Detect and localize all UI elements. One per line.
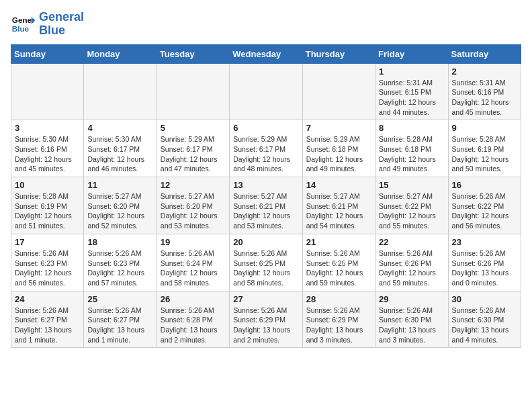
day-number: 5 [161, 123, 226, 133]
calendar-cell: 10Sunrise: 5:28 AM Sunset: 6:19 PM Dayli… [11, 177, 84, 234]
weekday-header-row: SundayMondayTuesdayWednesdayThursdayFrid… [11, 44, 521, 63]
page-header: General Blue GeneralBlue [11, 11, 521, 38]
calendar-cell: 2Sunrise: 5:31 AM Sunset: 6:16 PM Daylig… [448, 63, 521, 120]
day-number: 15 [379, 180, 444, 190]
weekday-header-wednesday: Wednesday [230, 44, 302, 63]
weekday-header-thursday: Thursday [302, 44, 375, 63]
day-number: 4 [87, 123, 152, 133]
weekday-header-saturday: Saturday [448, 44, 521, 63]
day-info: Sunrise: 5:26 AM Sunset: 6:27 PM Dayligh… [87, 306, 152, 345]
calendar-cell: 4Sunrise: 5:30 AM Sunset: 6:17 PM Daylig… [84, 120, 157, 177]
day-number: 22 [379, 237, 444, 247]
calendar-cell: 3Sunrise: 5:30 AM Sunset: 6:16 PM Daylig… [11, 120, 84, 177]
day-info: Sunrise: 5:27 AM Sunset: 6:21 PM Dayligh… [306, 191, 371, 231]
day-number: 16 [452, 180, 517, 190]
weekday-header-friday: Friday [375, 44, 448, 63]
calendar-week-1: 1Sunrise: 5:31 AM Sunset: 6:15 PM Daylig… [11, 63, 521, 120]
calendar-cell: 16Sunrise: 5:26 AM Sunset: 6:22 PM Dayli… [448, 177, 521, 234]
calendar-week-5: 24Sunrise: 5:26 AM Sunset: 6:27 PM Dayli… [11, 291, 521, 348]
day-number: 14 [306, 180, 371, 190]
calendar-cell: 15Sunrise: 5:27 AM Sunset: 6:22 PM Dayli… [375, 177, 448, 234]
logo-icon: General Blue [11, 12, 35, 36]
day-number: 9 [452, 123, 517, 133]
day-number: 27 [233, 294, 298, 304]
calendar-cell: 12Sunrise: 5:27 AM Sunset: 6:20 PM Dayli… [157, 177, 229, 234]
day-info: Sunrise: 5:28 AM Sunset: 6:18 PM Dayligh… [379, 134, 444, 174]
calendar-cell: 20Sunrise: 5:26 AM Sunset: 6:25 PM Dayli… [230, 234, 302, 291]
day-number: 1 [379, 66, 444, 77]
calendar-cell: 26Sunrise: 5:26 AM Sunset: 6:28 PM Dayli… [157, 291, 229, 348]
logo: General Blue GeneralBlue [11, 11, 84, 38]
day-number: 20 [233, 237, 298, 247]
day-info: Sunrise: 5:27 AM Sunset: 6:21 PM Dayligh… [233, 191, 298, 231]
day-info: Sunrise: 5:26 AM Sunset: 6:23 PM Dayligh… [87, 248, 152, 288]
day-info: Sunrise: 5:27 AM Sunset: 6:20 PM Dayligh… [87, 191, 152, 231]
calendar-table: SundayMondayTuesdayWednesdayThursdayFrid… [11, 44, 521, 349]
calendar-cell: 13Sunrise: 5:27 AM Sunset: 6:21 PM Dayli… [230, 177, 302, 234]
calendar-cell [230, 63, 302, 120]
calendar-cell: 24Sunrise: 5:26 AM Sunset: 6:27 PM Dayli… [11, 291, 84, 348]
calendar-cell: 25Sunrise: 5:26 AM Sunset: 6:27 PM Dayli… [84, 291, 157, 348]
calendar-cell: 5Sunrise: 5:29 AM Sunset: 6:17 PM Daylig… [157, 120, 229, 177]
calendar-cell: 14Sunrise: 5:27 AM Sunset: 6:21 PM Dayli… [302, 177, 375, 234]
day-info: Sunrise: 5:26 AM Sunset: 6:30 PM Dayligh… [452, 306, 517, 345]
day-info: Sunrise: 5:29 AM Sunset: 6:18 PM Dayligh… [306, 134, 371, 174]
day-info: Sunrise: 5:26 AM Sunset: 6:29 PM Dayligh… [233, 306, 298, 345]
day-info: Sunrise: 5:31 AM Sunset: 6:16 PM Dayligh… [452, 78, 517, 118]
calendar-cell: 7Sunrise: 5:29 AM Sunset: 6:18 PM Daylig… [302, 120, 375, 177]
day-info: Sunrise: 5:28 AM Sunset: 6:19 PM Dayligh… [15, 191, 80, 231]
calendar-cell: 27Sunrise: 5:26 AM Sunset: 6:29 PM Dayli… [230, 291, 302, 348]
day-number: 8 [379, 123, 444, 133]
svg-text:Blue: Blue [12, 24, 30, 33]
day-number: 2 [452, 66, 517, 77]
day-number: 25 [87, 294, 152, 304]
day-number: 24 [15, 294, 80, 304]
day-number: 17 [15, 237, 80, 247]
day-info: Sunrise: 5:27 AM Sunset: 6:22 PM Dayligh… [379, 191, 444, 231]
day-number: 23 [452, 237, 517, 247]
day-info: Sunrise: 5:26 AM Sunset: 6:24 PM Dayligh… [161, 248, 226, 288]
calendar-cell: 6Sunrise: 5:29 AM Sunset: 6:17 PM Daylig… [230, 120, 302, 177]
day-info: Sunrise: 5:29 AM Sunset: 6:17 PM Dayligh… [233, 134, 298, 174]
weekday-header-tuesday: Tuesday [157, 44, 229, 63]
calendar-cell: 23Sunrise: 5:26 AM Sunset: 6:26 PM Dayli… [448, 234, 521, 291]
calendar-cell: 18Sunrise: 5:26 AM Sunset: 6:23 PM Dayli… [84, 234, 157, 291]
calendar-cell [11, 63, 84, 120]
calendar-cell: 30Sunrise: 5:26 AM Sunset: 6:30 PM Dayli… [448, 291, 521, 348]
day-info: Sunrise: 5:26 AM Sunset: 6:22 PM Dayligh… [452, 191, 517, 231]
day-number: 3 [15, 123, 80, 133]
calendar-cell: 17Sunrise: 5:26 AM Sunset: 6:23 PM Dayli… [11, 234, 84, 291]
day-info: Sunrise: 5:31 AM Sunset: 6:15 PM Dayligh… [379, 78, 444, 118]
day-info: Sunrise: 5:26 AM Sunset: 6:27 PM Dayligh… [15, 306, 80, 345]
day-number: 12 [161, 180, 226, 190]
day-info: Sunrise: 5:26 AM Sunset: 6:25 PM Dayligh… [306, 248, 371, 288]
day-number: 21 [306, 237, 371, 247]
day-info: Sunrise: 5:26 AM Sunset: 6:25 PM Dayligh… [233, 248, 298, 288]
day-number: 26 [161, 294, 226, 304]
day-number: 29 [379, 294, 444, 304]
weekday-header-monday: Monday [84, 44, 157, 63]
day-number: 30 [452, 294, 517, 304]
day-number: 10 [15, 180, 80, 190]
day-info: Sunrise: 5:26 AM Sunset: 6:30 PM Dayligh… [379, 306, 444, 345]
calendar-cell: 8Sunrise: 5:28 AM Sunset: 6:18 PM Daylig… [375, 120, 448, 177]
day-number: 19 [161, 237, 226, 247]
calendar-week-3: 10Sunrise: 5:28 AM Sunset: 6:19 PM Dayli… [11, 177, 521, 234]
day-number: 7 [306, 123, 371, 133]
calendar-week-4: 17Sunrise: 5:26 AM Sunset: 6:23 PM Dayli… [11, 234, 521, 291]
calendar-cell: 22Sunrise: 5:26 AM Sunset: 6:26 PM Dayli… [375, 234, 448, 291]
calendar-cell: 11Sunrise: 5:27 AM Sunset: 6:20 PM Dayli… [84, 177, 157, 234]
calendar-cell [302, 63, 375, 120]
day-info: Sunrise: 5:28 AM Sunset: 6:19 PM Dayligh… [452, 134, 517, 174]
day-number: 6 [233, 123, 298, 133]
weekday-header-sunday: Sunday [11, 44, 84, 63]
day-number: 13 [233, 180, 298, 190]
day-info: Sunrise: 5:26 AM Sunset: 6:26 PM Dayligh… [452, 248, 517, 288]
day-info: Sunrise: 5:27 AM Sunset: 6:20 PM Dayligh… [161, 191, 226, 231]
calendar-cell: 21Sunrise: 5:26 AM Sunset: 6:25 PM Dayli… [302, 234, 375, 291]
day-info: Sunrise: 5:26 AM Sunset: 6:28 PM Dayligh… [161, 306, 226, 345]
calendar-cell: 1Sunrise: 5:31 AM Sunset: 6:15 PM Daylig… [375, 63, 448, 120]
calendar-cell: 28Sunrise: 5:26 AM Sunset: 6:29 PM Dayli… [302, 291, 375, 348]
day-info: Sunrise: 5:26 AM Sunset: 6:26 PM Dayligh… [379, 248, 444, 288]
day-number: 11 [87, 180, 152, 190]
